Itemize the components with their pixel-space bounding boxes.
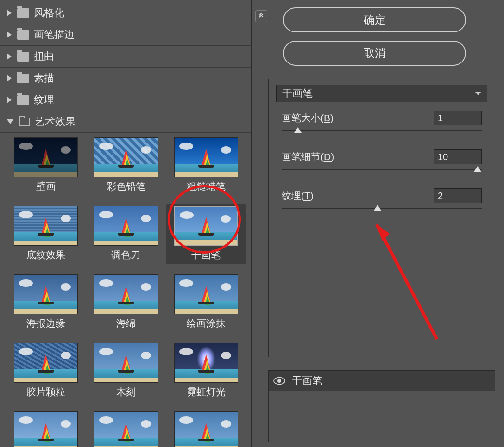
param-label: 纹理(T)	[282, 189, 434, 202]
category-label: 纹理	[34, 93, 54, 107]
category-label: 画笔描边	[34, 28, 75, 42]
filter-select-dropdown[interactable]: 干画笔	[276, 85, 487, 102]
filter-thumb-6[interactable]: 海报边缘	[10, 274, 82, 330]
settings-area: 确定 取消 干画笔 画笔大小(B)画笔细节(D)纹理(T) 干画笔	[252, 0, 504, 447]
filter-preview	[174, 206, 238, 246]
filter-label: 干画笔	[191, 248, 220, 261]
filter-preview	[94, 137, 158, 177]
filter-thumb-10[interactable]: 木刻	[90, 343, 162, 398]
folder-icon	[17, 52, 29, 62]
triangle-right-icon	[7, 75, 12, 81]
filter-preview	[94, 274, 158, 314]
cancel-button[interactable]: 取消	[283, 41, 466, 66]
filter-thumb-7[interactable]: 海绵	[90, 274, 162, 330]
category-5[interactable]: 艺术效果	[0, 111, 251, 133]
triangle-right-icon	[7, 53, 12, 60]
filter-label: 彩色铅笔	[107, 180, 145, 193]
filter-thumb-8[interactable]: 绘画涂抹	[170, 274, 242, 330]
category-4[interactable]: 纹理	[0, 89, 251, 111]
filter-label: 海绵	[116, 317, 136, 330]
filter-thumb-5[interactable]: 干画笔	[166, 204, 246, 264]
category-label: 艺术效果	[35, 115, 76, 129]
category-3[interactable]: 素描	[0, 68, 251, 89]
filter-thumb-9[interactable]: 胶片颗粒	[10, 343, 82, 398]
param-row-0: 画笔大小(B)	[269, 111, 495, 125]
category-1[interactable]: 画笔描边	[0, 24, 251, 46]
filter-preview	[14, 411, 78, 447]
applied-filter-row[interactable]: 干画笔	[269, 371, 495, 391]
applied-filters-panel: 干画笔	[268, 370, 495, 442]
filter-thumb-1[interactable]: 彩色铅笔	[90, 137, 162, 193]
category-label: 风格化	[34, 6, 64, 20]
filter-label: 壁画	[36, 180, 56, 193]
filter-thumb-3[interactable]: 底纹效果	[10, 206, 82, 261]
filter-preview	[14, 137, 78, 177]
filter-preview	[14, 274, 78, 314]
filter-preview	[174, 274, 238, 314]
param-input-0[interactable]	[434, 111, 482, 125]
slider-thumb-icon[interactable]	[374, 205, 381, 211]
triangle-right-icon	[7, 31, 12, 38]
filter-preview	[174, 343, 238, 383]
category-label: 素描	[34, 71, 54, 85]
param-slider-1[interactable]	[282, 167, 482, 176]
slider-thumb-icon[interactable]	[294, 127, 302, 133]
filter-label: 海报边缘	[26, 317, 65, 330]
triangle-down-icon	[7, 119, 13, 124]
triangle-right-icon	[7, 97, 12, 103]
filter-preview	[94, 206, 158, 246]
param-row-1: 画笔细节(D)	[269, 149, 495, 164]
filter-label: 底纹效果	[26, 248, 65, 261]
triangle-right-icon	[7, 10, 12, 16]
filter-settings-panel: 干画笔 画笔大小(B)画笔细节(D)纹理(T)	[268, 79, 495, 357]
collapse-toggle[interactable]	[255, 10, 267, 22]
filter-thumb-4[interactable]: 调色刀	[90, 206, 162, 261]
category-0[interactable]: 风格化	[0, 2, 251, 24]
folder-icon	[17, 8, 29, 18]
filter-tree-panel: 风格化画笔描边扭曲素描纹理艺术效果 壁画彩色铅笔粗糙蜡笔底纹效果调色刀干画笔海报…	[0, 0, 252, 447]
filter-preview	[94, 343, 158, 383]
filter-preview	[14, 206, 78, 246]
param-label: 画笔大小(B)	[282, 112, 434, 124]
filter-label: 绘画涂抹	[187, 317, 226, 330]
filter-thumb-0[interactable]: 壁画	[10, 137, 82, 193]
applied-filter-label: 干画笔	[292, 374, 322, 388]
folder-icon	[17, 74, 29, 83]
ok-button[interactable]: 确定	[283, 7, 466, 32]
chevron-down-icon	[475, 92, 481, 95]
param-row-2: 纹理(T)	[269, 188, 495, 203]
filter-preview	[174, 411, 238, 447]
param-slider-0[interactable]	[282, 128, 482, 137]
filters-grid: 壁画彩色铅笔粗糙蜡笔底纹效果调色刀干画笔海报边缘海绵绘画涂抹胶片颗粒木刻霓虹灯光…	[0, 133, 251, 447]
svg-point-1	[277, 379, 281, 383]
filter-label: 粗糙蜡笔	[187, 180, 226, 193]
filter-label: 胶片颗粒	[26, 385, 65, 398]
filter-preview	[174, 137, 238, 177]
param-slider-2[interactable]	[282, 206, 482, 215]
folder-icon	[17, 95, 29, 105]
param-input-2[interactable]	[434, 188, 482, 203]
filter-thumb-2[interactable]: 粗糙蜡笔	[170, 137, 242, 193]
category-2[interactable]: 扭曲	[0, 46, 251, 68]
param-label: 画笔细节(D)	[282, 150, 434, 163]
filter-thumb-11[interactable]: 霓虹灯光	[170, 343, 242, 398]
filter-label: 霓虹灯光	[187, 385, 226, 398]
folder-icon	[17, 30, 29, 40]
visibility-icon	[273, 377, 285, 385]
category-label: 扭曲	[34, 50, 54, 63]
filter-thumb-12[interactable]: 水彩	[10, 411, 82, 447]
filter-preview	[14, 343, 78, 383]
filter-label: 调色刀	[111, 248, 140, 261]
folder-icon	[19, 118, 30, 126]
filter-thumb-14[interactable]: 涂抹棒	[170, 411, 242, 447]
filter-label: 木刻	[116, 385, 136, 398]
filter-thumb-13[interactable]: 塑料包装	[90, 411, 162, 447]
filter-preview	[94, 411, 158, 447]
filter-select-value: 干画笔	[282, 87, 313, 100]
slider-thumb-icon[interactable]	[474, 166, 481, 172]
param-input-1[interactable]	[434, 149, 482, 164]
